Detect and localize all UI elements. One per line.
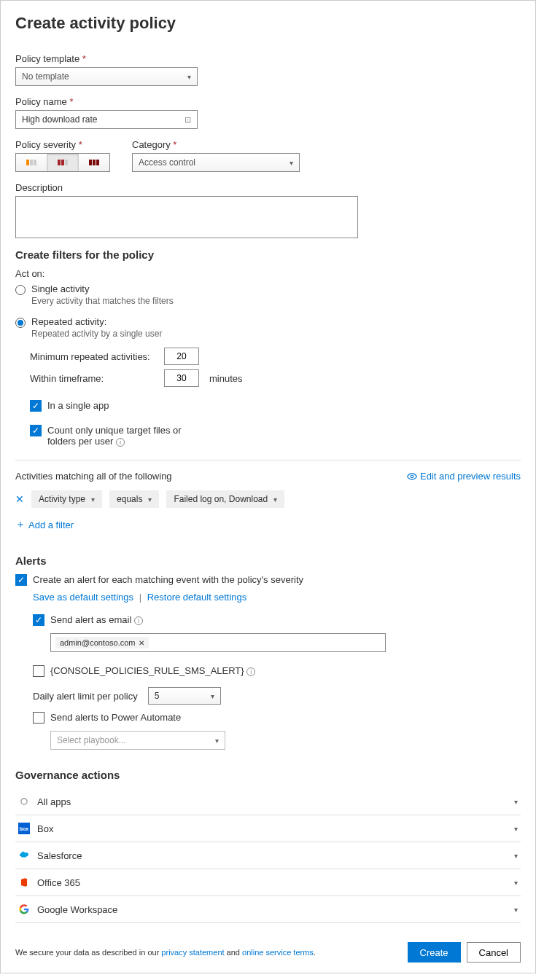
chevron-down-icon: ▾ xyxy=(514,852,518,860)
svg-point-0 xyxy=(411,475,413,478)
within-input[interactable] xyxy=(164,369,199,387)
description-textarea[interactable] xyxy=(15,196,358,238)
category-select[interactable]: Access control ▾ xyxy=(132,153,300,172)
chevron-down-icon: ▾ xyxy=(211,692,214,700)
unique-targets-label: Count only unique target files or folder… xyxy=(47,425,182,447)
email-chip: admin@contoso.com ✕ xyxy=(55,637,149,648)
min-repeated-label: Minimum repeated activities: xyxy=(30,351,154,362)
cancel-button[interactable]: Cancel xyxy=(467,942,521,963)
chevron-down-icon: ▾ xyxy=(514,798,518,806)
severity-low-button[interactable] xyxy=(16,154,47,171)
template-value: No template xyxy=(22,71,69,82)
daily-limit-select[interactable]: 5 ▾ xyxy=(148,687,221,705)
chevron-down-icon: ▾ xyxy=(91,495,95,503)
within-unit: minutes xyxy=(209,373,243,384)
name-value: High download rate xyxy=(22,114,97,125)
info-icon[interactable]: i xyxy=(116,438,125,447)
google-icon xyxy=(18,903,30,915)
alerts-heading: Alerts xyxy=(15,554,521,567)
add-filter-link[interactable]: ＋ Add a filter xyxy=(15,518,74,531)
info-icon[interactable]: i xyxy=(134,616,143,625)
min-repeated-input[interactable] xyxy=(164,348,199,365)
svg-point-1 xyxy=(21,799,27,804)
repeated-activity-sub: Repeated activity by a single user xyxy=(31,329,162,339)
save-default-link[interactable]: Save as default settings xyxy=(33,592,133,603)
single-app-checkbox[interactable] xyxy=(30,400,42,412)
filter-field-select[interactable]: Activity type▾ xyxy=(31,490,102,508)
filters-heading: Create filters for the policy xyxy=(15,248,521,261)
gov-salesforce[interactable]: Salesforce ▾ xyxy=(15,842,521,869)
act-on-label: Act on: xyxy=(15,268,521,279)
chevron-down-icon: ▾ xyxy=(514,906,518,914)
gear-icon xyxy=(18,796,30,807)
template-select[interactable]: No template ▾ xyxy=(15,67,198,86)
power-automate-checkbox[interactable] xyxy=(33,712,44,724)
box-icon: box xyxy=(18,823,30,834)
gov-all-apps[interactable]: All apps ▾ xyxy=(15,788,521,815)
category-label: Category xyxy=(132,139,300,150)
create-alert-label: Create an alert for each matching event … xyxy=(33,574,303,585)
gov-google[interactable]: Google Workspace ▾ xyxy=(15,896,521,923)
info-icon[interactable]: i xyxy=(246,667,255,676)
filter-op-select[interactable]: equals▾ xyxy=(109,490,159,508)
office-icon xyxy=(18,877,30,888)
within-label: Within timeframe: xyxy=(30,373,154,384)
salesforce-icon xyxy=(18,850,30,861)
chevron-down-icon: ▾ xyxy=(187,73,191,81)
create-button[interactable]: Create xyxy=(408,942,461,963)
send-sms-label: {CONSOLE_POLICIES_RULE_SMS_ALERT} xyxy=(50,665,244,676)
send-email-checkbox[interactable] xyxy=(33,614,44,626)
send-sms-checkbox[interactable] xyxy=(33,665,44,677)
remove-chip-icon[interactable]: ✕ xyxy=(139,639,144,647)
remove-filter-icon[interactable]: ✕ xyxy=(15,493,24,505)
severity-high-button[interactable] xyxy=(79,154,109,171)
name-input[interactable]: High download rate ⊡ xyxy=(15,110,198,129)
filter-value-select[interactable]: Failed log on, Download▾ xyxy=(166,490,284,508)
chevron-down-icon: ▾ xyxy=(514,825,518,833)
unique-targets-checkbox[interactable] xyxy=(30,425,42,436)
chevron-down-icon: ▾ xyxy=(514,879,518,887)
create-alert-checkbox[interactable] xyxy=(15,574,27,586)
footer-text: We secure your data as described in our … xyxy=(15,948,316,957)
eye-icon xyxy=(407,471,417,482)
plus-icon: ＋ xyxy=(15,518,26,531)
power-automate-label: Send alerts to Power Automate xyxy=(50,712,181,723)
preview-text: Edit and preview results xyxy=(420,471,521,482)
chevron-down-icon: ▾ xyxy=(148,495,152,503)
preview-results-link[interactable]: Edit and preview results xyxy=(407,471,521,482)
chevron-down-icon: ▾ xyxy=(273,495,277,503)
chevron-down-icon: ▾ xyxy=(290,159,293,167)
email-recipients-input[interactable]: admin@contoso.com ✕ xyxy=(50,633,386,652)
single-activity-radio[interactable] xyxy=(15,285,26,295)
single-app-label: In a single app xyxy=(47,400,109,411)
playbook-select: Select playbook... ▾ xyxy=(50,731,225,750)
chevron-down-icon: ▾ xyxy=(215,737,219,745)
gov-office365[interactable]: Office 365 ▾ xyxy=(15,869,521,896)
governance-heading: Governance actions xyxy=(15,769,521,781)
severity-medium-button[interactable] xyxy=(47,154,79,171)
activities-matching-label: Activities matching all of the following xyxy=(15,471,172,482)
gov-box[interactable]: box Box ▾ xyxy=(15,815,521,842)
name-label: Policy name xyxy=(15,96,521,107)
clear-icon[interactable]: ⊡ xyxy=(185,115,191,125)
repeated-activity-label: Repeated activity: xyxy=(31,316,162,327)
description-label: Description xyxy=(15,182,521,193)
severity-group xyxy=(15,153,110,172)
page-title: Create activity policy xyxy=(15,14,521,33)
privacy-link[interactable]: privacy statement xyxy=(161,948,224,957)
template-label: Policy template xyxy=(15,53,521,64)
single-activity-label: Single activity xyxy=(31,283,174,294)
daily-limit-label: Daily alert limit per policy xyxy=(33,691,138,702)
category-value: Access control xyxy=(139,157,195,168)
single-activity-sub: Every activity that matches the filters xyxy=(31,296,174,306)
send-email-label: Send alert as email xyxy=(50,614,131,625)
terms-link[interactable]: online service terms xyxy=(242,948,314,957)
restore-default-link[interactable]: Restore default settings xyxy=(147,592,247,603)
severity-label: Policy severity xyxy=(15,139,110,150)
repeated-activity-radio[interactable] xyxy=(15,318,26,328)
